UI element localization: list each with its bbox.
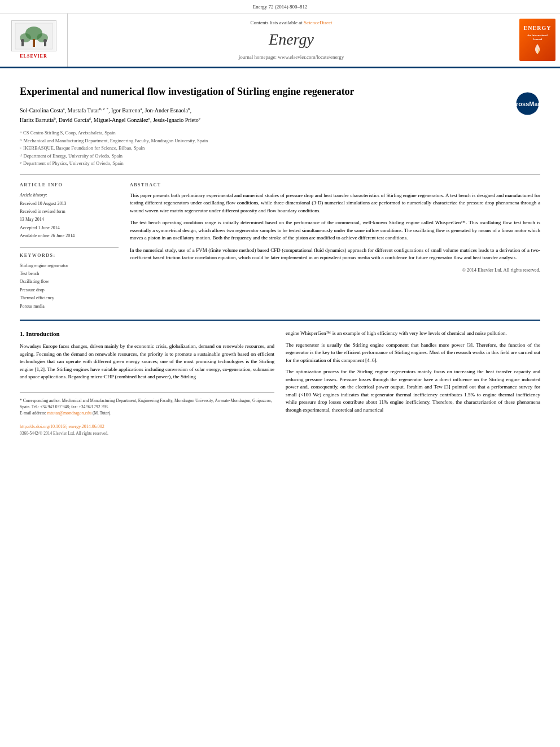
- doi-link[interactable]: http://dx.doi.org/10.1016/j.energy.2014.…: [20, 424, 104, 429]
- corresponding-note: * Corresponding author. Mechanical and M…: [20, 397, 274, 410]
- svg-point-5: [21, 39, 24, 42]
- section-title: 1. Introduction: [20, 330, 274, 338]
- email-line: E-mail address: mtutar@mondragon.edu (M.…: [20, 410, 274, 417]
- crossmark-icon: CrossMark: [515, 91, 540, 116]
- revised-date: 13 May 2014: [20, 216, 119, 224]
- article-content: CrossMark Experimental and numerical flo…: [0, 68, 560, 448]
- author-6: David García: [59, 117, 89, 123]
- author-1: Sol-Carolina Costa: [20, 108, 63, 114]
- title-area: CrossMark Experimental and numerical flo…: [20, 85, 540, 98]
- intro-para-right-2: The regenerator is usually the Stirling …: [286, 342, 540, 365]
- abstract-para-1: This paper presents both preliminary exp…: [130, 192, 540, 215]
- journal-header: ELSEVIER Contents lists available at Sci…: [0, 14, 560, 68]
- journal-badge-area: ENERGY An InternationalJournal: [515, 14, 560, 67]
- author-4: Jon-Ander Esnaola: [145, 108, 188, 114]
- body-two-col: 1. Introduction Nowadays Europe faces ch…: [20, 330, 540, 436]
- affil-2: b Mechanical and Manufacturing Departmen…: [20, 137, 540, 145]
- author-3: Igor Barreno: [111, 108, 140, 114]
- crossmark-container: CrossMark: [515, 91, 540, 119]
- journal-header-center: Contents lists available at ScienceDirec…: [68, 14, 515, 67]
- science-direct-text: Contents lists available at ScienceDirec…: [251, 19, 333, 27]
- keyword-4: Pressure drop: [20, 286, 119, 294]
- article-history: Article history: Received 10 August 2013…: [20, 191, 119, 240]
- keywords-header: Keywords:: [20, 252, 119, 259]
- intro-para-left-1: Nowadays Europe faces changes, driven ma…: [20, 343, 274, 381]
- keyword-3: Oscillating flow: [20, 278, 119, 286]
- elsevier-logo: [11, 20, 56, 51]
- intro-para-right-1: engine WhisperGen™ is an example of high…: [286, 330, 540, 338]
- affiliations-section: a CS Centro Stirling S, Coop, Areixabale…: [20, 129, 540, 168]
- abstract-header: ABSTRACT: [130, 182, 540, 189]
- footer-note: * Corresponding author. Mechanical and M…: [20, 392, 274, 436]
- body-right: engine WhisperGen™ is an example of high…: [286, 330, 540, 436]
- energy-badge: ENERGY An InternationalJournal: [519, 19, 555, 61]
- article-info-header: ARTICLE INFO: [20, 182, 119, 188]
- available-date: Available online 26 June 2014: [20, 232, 119, 240]
- journal-logo-area: ELSEVIER: [0, 14, 68, 67]
- svg-rect-8: [44, 42, 46, 46]
- author-8: Jesús-Ignacio Prieto: [153, 117, 199, 123]
- body-left: 1. Introduction Nowadays Europe faces ch…: [20, 330, 274, 436]
- article-title: Experimental and numerical flow investig…: [20, 85, 358, 98]
- abstract-para-3: In the numerical study, use of a FVM (fi…: [130, 247, 540, 262]
- authors-section: Sol-Carolina Costaa, Mustafa Tutarb, c *…: [20, 106, 540, 125]
- svg-rect-6: [21, 42, 24, 46]
- citation-text: Energy 72 (2014) 800–812: [252, 4, 307, 10]
- energy-badge-title: ENERGY: [524, 24, 552, 32]
- received-date: Received 10 August 2013: [20, 200, 119, 208]
- science-direct-link[interactable]: ScienceDirect: [304, 20, 332, 25]
- keyword-2: Test bench: [20, 270, 119, 278]
- svg-point-7: [43, 39, 47, 42]
- issn-text: 0360-5442/© 2014 Elsevier Ltd. All right…: [20, 431, 108, 436]
- page-wrapper: Energy 72 (2014) 800–812: [0, 0, 560, 448]
- article-info-section: ARTICLE INFO Article history: Received 1…: [20, 182, 119, 241]
- energy-badge-sub: An InternationalJournal: [527, 33, 548, 41]
- abstract-para-2: The test bench operating condition range…: [130, 219, 540, 242]
- author-7: Miguel-Angel González: [94, 117, 148, 123]
- affil-3: c IKERBASQUE, Basque Foundation for Scie…: [20, 145, 540, 152]
- right-column: ABSTRACT This paper presents both prelim…: [130, 182, 540, 311]
- article-info-abstract: ARTICLE INFO Article history: Received 1…: [20, 174, 540, 311]
- author-5: Haritz Barrutia: [20, 117, 54, 123]
- top-bar: Energy 72 (2014) 800–812: [0, 0, 560, 14]
- history-label: Article history:: [20, 191, 119, 199]
- divider: [20, 247, 119, 248]
- body-section: 1. Introduction Nowadays Europe faces ch…: [20, 320, 540, 436]
- email-link[interactable]: mtutar@mondragon.edu: [47, 410, 91, 416]
- keyword-1: Stirling engine regenerator: [20, 262, 119, 270]
- copyright-line: © 2014 Elsevier Ltd. All rights reserved…: [130, 267, 540, 274]
- abstract-section: ABSTRACT This paper presents both prelim…: [130, 182, 540, 274]
- svg-text:CrossMark: CrossMark: [515, 101, 540, 107]
- affil-4: d Department of Energy, University of Ov…: [20, 152, 540, 160]
- affil-1: a CS Centro Stirling S, Coop, Areixabale…: [20, 129, 540, 137]
- author-2: Mustafa Tutar: [68, 108, 99, 114]
- svg-rect-4: [33, 39, 35, 47]
- intro-para-right-3: The optimization process for the Stirlin…: [286, 368, 540, 414]
- journal-name: Energy: [269, 28, 314, 50]
- keyword-6: Porous media: [20, 303, 119, 311]
- left-column: ARTICLE INFO Article history: Received 1…: [20, 182, 119, 311]
- received-revised-label: Received in revised form: [20, 208, 119, 216]
- keywords-section: Keywords: Stirling engine regenerator Te…: [20, 252, 119, 311]
- keyword-5: Thermal efficiency: [20, 294, 119, 302]
- journal-homepage: journal homepage: www.elsevier.com/locat…: [239, 54, 344, 61]
- elsevier-label: ELSEVIER: [20, 53, 47, 59]
- accepted-date: Accepted 1 June 2014: [20, 224, 119, 232]
- affil-5: e Department of Physics, University of O…: [20, 160, 540, 168]
